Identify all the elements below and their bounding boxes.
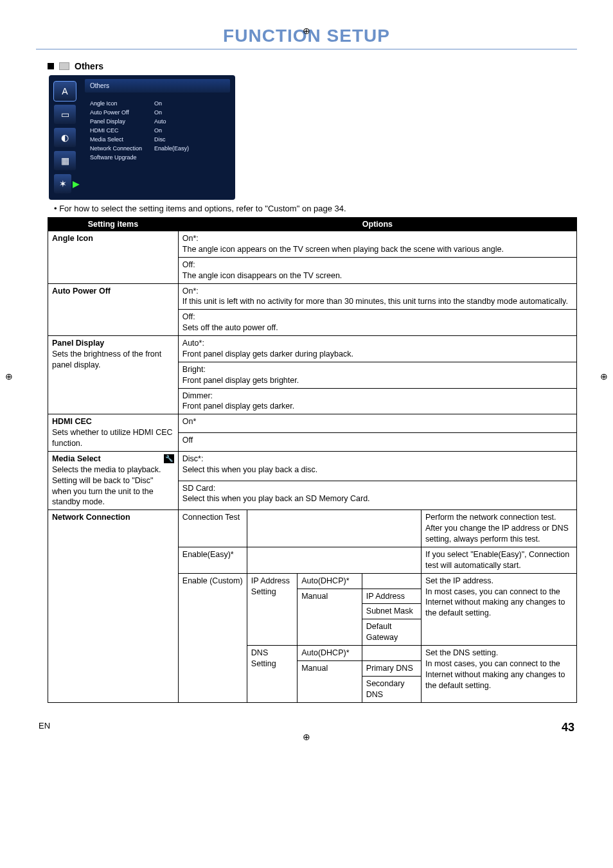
osd-row-value: Auto xyxy=(154,118,166,125)
osd-row-label: Media Select xyxy=(90,136,154,143)
network-ip-manual: Manual xyxy=(298,589,362,646)
network-ip-setting-label: IP Address Setting xyxy=(247,573,297,645)
note-text: • For how to select the setting items an… xyxy=(54,204,577,213)
setting-auto-power-off-label: Auto Power Off xyxy=(48,283,179,336)
osd-row-label: Network Connection xyxy=(90,145,154,152)
section-heading: Others xyxy=(48,61,577,71)
network-subnet-mask: Subnet Mask xyxy=(362,604,421,619)
setting-auto-power-off-on: On*: If this unit is left with no activi… xyxy=(178,283,576,310)
osd-row-label: HDMI CEC xyxy=(90,127,154,134)
network-dns-setting-label: DNS Setting xyxy=(247,646,297,703)
setting-media-select-disc: Disc*: Select this when you play back a … xyxy=(178,451,576,481)
setting-panel-display-bright: Bright: Front panel display gets brighte… xyxy=(178,362,576,388)
setting-hdmi-cec-label: HDMI CEC Sets whether to utilize HDMI CE… xyxy=(48,414,179,452)
setting-media-select-sd: SD Card: Select this when you play back … xyxy=(178,481,576,510)
print-registration-mark-right: ⊕ xyxy=(600,371,608,382)
network-default-gateway: Default Gateway xyxy=(362,619,421,646)
network-enable-easy-desc: If you select "Enable(Easy)", Connection… xyxy=(421,547,576,573)
setting-hdmi-cec-off: Off xyxy=(178,433,576,452)
osd-row-value: On xyxy=(154,109,162,116)
setting-hdmi-cec-on: On* xyxy=(178,414,576,433)
osd-main-panel: Others Angle IconOn Auto Power OffOn Pan… xyxy=(85,79,230,193)
osd-arrow-right-icon: ▶ xyxy=(73,179,80,189)
osd-row-label: Auto Power Off xyxy=(90,109,154,116)
setting-panel-display-label: Panel Display Sets the brightness of the… xyxy=(48,336,179,414)
setting-angle-icon-on: On*: The angle icon appears on the TV sc… xyxy=(178,231,576,258)
osd-icon-audio: ◐ xyxy=(54,128,76,147)
print-registration-mark-bottom: ⊕ xyxy=(303,732,310,742)
osd-icon-others: ✶ xyxy=(54,174,71,193)
setting-auto-power-off-off: Off: Sets off the auto power off. xyxy=(178,310,576,336)
osd-sidebar: A ▭ ◐ ▦ ✶ ▶ xyxy=(54,79,80,193)
osd-row-label: Software Upgrade xyxy=(90,154,154,161)
osd-row-value: Enable(Easy) xyxy=(154,145,189,152)
section-heading-text: Others xyxy=(75,61,103,71)
network-dns-desc: Set the DNS setting. In most cases, you … xyxy=(421,646,576,703)
setting-angle-icon-label: Angle Icon xyxy=(48,231,179,284)
setting-panel-display-dimmer: Dimmer: Front panel display gets darker. xyxy=(178,388,576,414)
network-ip-desc: Set the IP address. In most cases, you c… xyxy=(421,573,576,645)
tools-icon xyxy=(59,62,69,70)
table-head-options: Options xyxy=(178,218,576,231)
network-secondary-dns: Secondary DNS xyxy=(362,676,421,702)
setting-network-label: Network Connection xyxy=(48,510,179,702)
osd-row-label: Angle Icon xyxy=(90,100,154,107)
wrench-icon: 🔧 xyxy=(164,454,174,463)
osd-icon-video: ▭ xyxy=(54,105,76,124)
osd-icon-language: A xyxy=(54,82,76,101)
osd-row-value: On xyxy=(154,127,162,134)
network-conn-test-desc: Perform the network connection test. Aft… xyxy=(421,510,576,547)
setting-media-select-label: Media Select 🔧 Selects the media to play… xyxy=(48,451,179,509)
print-registration-mark-left: ⊕ xyxy=(5,371,13,382)
setting-angle-icon-off: Off: The angle icon disappears on the TV… xyxy=(178,257,576,283)
network-primary-dns: Primary DNS xyxy=(362,660,421,676)
network-ip-auto: Auto(DHCP)* xyxy=(298,573,362,589)
osd-screenshot: A ▭ ◐ ▦ ✶ ▶ Others Angle IconOn Auto Pow… xyxy=(49,75,235,200)
footer-page-number: 43 xyxy=(562,721,574,734)
network-dns-manual: Manual xyxy=(298,660,362,702)
network-enable-custom-label: Enable (Custom) xyxy=(178,573,247,702)
network-dns-auto: Auto(DHCP)* xyxy=(298,646,362,661)
osd-row-value: Disc xyxy=(154,136,166,143)
table-head-setting: Setting items xyxy=(48,218,179,231)
bullet-square-icon xyxy=(48,63,54,69)
setting-panel-display-auto: Auto*: Front panel display gets darker d… xyxy=(178,336,576,362)
osd-row-label: Panel Display xyxy=(90,118,154,125)
print-registration-mark-top: ⊕ xyxy=(303,26,310,36)
network-enable-easy-label: Enable(Easy)* xyxy=(178,547,247,573)
osd-row-value: On xyxy=(154,100,162,107)
osd-panel-header: Others xyxy=(85,79,230,93)
network-conn-test-label: Connection Test xyxy=(178,510,247,547)
osd-icon-parental: ▦ xyxy=(54,151,76,170)
network-ip-address: IP Address xyxy=(362,589,421,604)
footer-language: EN xyxy=(39,721,50,734)
settings-table: Setting items Options Angle Icon On*: Th… xyxy=(48,217,577,703)
